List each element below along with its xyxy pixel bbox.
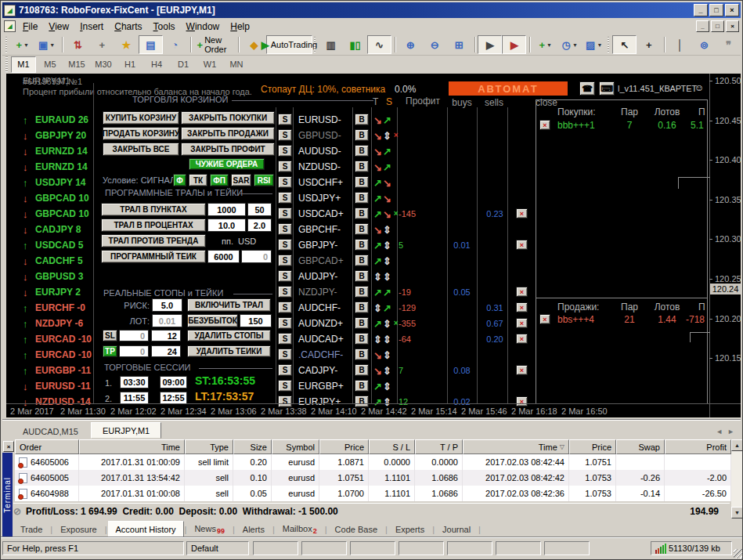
data-window-button[interactable]: + <box>90 35 114 54</box>
column-header-type[interactable]: Type <box>185 439 233 454</box>
sell-button[interactable]: S <box>278 176 292 188</box>
column-header-price[interactable]: Price <box>319 439 369 454</box>
scroll-up-icon[interactable]: ▲ <box>731 439 743 451</box>
market-watch-button[interactable]: ⇅ <box>66 35 90 54</box>
title-bar[interactable]: ◢ 7108763: RoboForex-FixCent - [EURJPY,M… <box>2 2 741 18</box>
buy-button[interactable]: B <box>355 396 369 407</box>
column-header-symbol[interactable]: Symbol <box>272 439 319 454</box>
timeframe-h1[interactable]: H1 <box>117 56 142 73</box>
drag-handle[interactable] <box>5 37 7 52</box>
delete-takes-button[interactable]: УДАЛИТЬ ТЕИКИ <box>187 345 271 357</box>
buy-button[interactable]: B <box>355 302 369 313</box>
buy-button[interactable]: B <box>355 145 369 157</box>
enable-trail-button[interactable]: ВКЛЮЧИТЬ ТРАЛ <box>187 298 271 312</box>
menu-file[interactable]: File <box>17 20 43 33</box>
sell-button[interactable]: S <box>278 192 292 204</box>
lot-value[interactable]: 0.01 <box>152 314 182 327</box>
trail-percent-value[interactable]: 10.0 <box>207 219 246 232</box>
sl-value-2[interactable]: 12 <box>151 330 181 341</box>
menu-view[interactable]: View <box>43 20 74 33</box>
trail-against-trend-button[interactable]: ТРАЛ ПРОТИВ ТРЕНДА <box>101 234 206 247</box>
tp-button[interactable]: TP <box>103 345 117 357</box>
session-2-end[interactable]: 12:55 <box>160 392 187 404</box>
buy-button[interactable]: B <box>355 239 369 251</box>
new-chart-button[interactable]: +▼ <box>10 35 34 54</box>
sell-button[interactable]: S <box>278 286 292 298</box>
timeframe-m5[interactable]: M5 <box>38 56 63 73</box>
maximize-button[interactable]: □ <box>709 4 723 16</box>
column-header-profit[interactable]: Profit <box>665 439 731 454</box>
close-position-button[interactable]: × <box>516 287 528 297</box>
session-2-start[interactable]: 11:55 <box>120 392 149 404</box>
mdi-close-button[interactable]: × <box>726 20 739 32</box>
timeframe-m15[interactable]: M15 <box>64 56 89 73</box>
timeframe-h4[interactable]: H4 <box>144 56 169 73</box>
program-take-button[interactable]: ПРОГРАММНЫЙ ТЕИК <box>101 250 206 263</box>
alien-orders-button[interactable]: ЧУЖИЕ ОРДЕРА <box>189 158 265 170</box>
keyboard-icon-button[interactable]: ⌨ <box>599 81 615 96</box>
program-take-value[interactable]: 6000 <box>207 250 240 263</box>
tabs-scroll-right-icon[interactable]: ► <box>727 428 734 435</box>
tabs-scroll-left-icon[interactable]: ◄ <box>716 428 723 435</box>
tab-account-history[interactable]: Account History <box>108 521 184 538</box>
tab-journal[interactable]: Journal <box>435 522 478 537</box>
program-take-second[interactable]: 0 <box>241 250 272 263</box>
close-position-button[interactable]: × <box>516 396 528 406</box>
timeframe-m1[interactable]: M1 <box>11 56 36 73</box>
close-position-button[interactable]: × <box>516 365 528 375</box>
status-profile[interactable]: Default <box>186 541 249 555</box>
zoom-out-button[interactable]: ⊖ <box>423 35 447 54</box>
templates-button[interactable]: ▨▼ <box>582 35 606 54</box>
sell-button[interactable]: S <box>278 364 292 376</box>
sl-value-1[interactable]: 0 <box>119 330 149 341</box>
condition-rsi-button[interactable]: RSI <box>254 174 274 186</box>
session-1-start[interactable]: 03:30 <box>120 376 149 388</box>
buy-button[interactable]: B <box>355 176 369 188</box>
mdi-minimize-button[interactable]: _ <box>696 20 709 32</box>
periods-button[interactable]: ◷▼ <box>557 35 582 54</box>
mdi-restore-button[interactable]: □ <box>711 20 724 32</box>
strategy-tester-button[interactable]: ◔ <box>163 35 187 54</box>
menu-insert[interactable]: Insert <box>74 20 109 33</box>
tile-windows-button[interactable]: ⊞ <box>447 35 471 54</box>
bar-chart-button[interactable]: ▥ <box>319 35 343 54</box>
trail-points-step[interactable]: 50 <box>247 203 272 216</box>
tab-mailbox[interactable]: Mailbox2 <box>276 521 324 538</box>
trail-percent-step[interactable]: 2.0 <box>247 219 272 232</box>
sell-button[interactable]: S <box>278 145 292 157</box>
terminal-close-button[interactable]: × <box>3 441 14 452</box>
magnifier-button[interactable]: ⊚ <box>692 35 716 54</box>
condition-sar-button[interactable]: SAR <box>231 174 251 186</box>
chart-tab-eurjpy-m1[interactable]: EURJPY,M1 <box>91 422 161 439</box>
buy-button[interactable]: B <box>355 255 369 266</box>
close-position-button[interactable]: × <box>516 302 528 313</box>
minimize-button[interactable]: _ <box>694 4 708 16</box>
tab-trade[interactable]: Trade <box>13 522 49 537</box>
buy-button[interactable]: B <box>355 349 369 360</box>
column-header-size[interactable]: Size <box>233 439 272 454</box>
timeframe-w1[interactable]: W1 <box>197 56 222 73</box>
candlestick-chart-button[interactable]: ▮▯ <box>343 35 367 54</box>
crosshair-button[interactable]: + <box>637 35 661 54</box>
vertical-line-button[interactable]: │ <box>668 35 692 54</box>
breakeven-button[interactable]: БЕЗУБЫТОК <box>187 314 238 327</box>
trail-points-value[interactable]: 1000 <box>207 203 246 216</box>
sell-button[interactable]: S <box>278 223 292 235</box>
buy-button[interactable]: B <box>355 286 369 298</box>
tab-experts[interactable]: Experts <box>388 522 431 537</box>
zoom-in-button[interactable]: ⊕ <box>399 35 423 54</box>
buy-button[interactable]: B <box>355 161 369 172</box>
sell-button[interactable]: S <box>278 161 292 172</box>
trail-points-button[interactable]: ТРАЛ В ПУНКТАХ <box>101 203 206 216</box>
column-header-order[interactable]: Order <box>15 439 79 454</box>
indicators-button[interactable]: +▼ <box>533 35 557 54</box>
timeframe-mn[interactable]: MN <box>224 56 249 73</box>
profiles-button[interactable]: ▣▼ <box>34 35 59 54</box>
sell-button[interactable]: S <box>278 208 292 219</box>
sell-basket-button[interactable]: ПРОДАТЬ КОРЗИНУ <box>103 127 179 140</box>
navigator-button[interactable]: ★ <box>114 35 139 54</box>
column-header-sl[interactable]: S / L <box>369 439 415 454</box>
close-position-button[interactable]: × <box>516 334 528 344</box>
drag-handle[interactable] <box>608 37 609 52</box>
close-button[interactable]: × <box>725 4 739 16</box>
